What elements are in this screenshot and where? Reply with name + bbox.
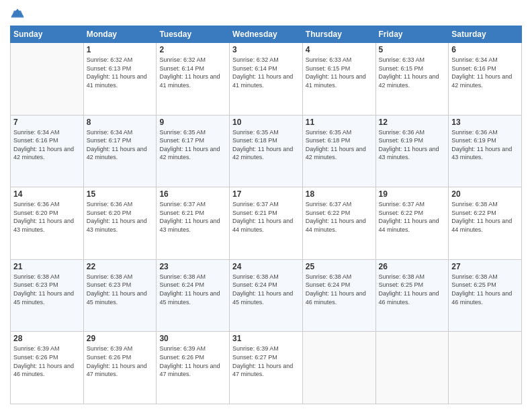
day-number: 21 — [13, 262, 81, 271]
day-info: Sunrise: 6:38 AMSunset: 6:25 PMDaylight:… — [379, 273, 446, 306]
day-info: Sunrise: 6:38 AMSunset: 6:22 PMDaylight:… — [451, 200, 519, 234]
day-info: Sunrise: 6:33 AMSunset: 6:15 PMDaylight:… — [379, 56, 446, 89]
day-number: 31 — [232, 334, 300, 343]
day-number: 5 — [379, 45, 446, 54]
logo-icon — [10, 7, 25, 21]
day-info: Sunrise: 6:36 AMSunset: 6:20 PMDaylight:… — [13, 200, 81, 234]
day-info: Sunrise: 6:38 AMSunset: 6:24 PMDaylight:… — [232, 273, 300, 306]
day-number: 26 — [379, 262, 446, 271]
calendar-cell: 9Sunrise: 6:35 AMSunset: 6:17 PMDaylight… — [157, 115, 230, 187]
calendar-cell: 15Sunrise: 6:36 AMSunset: 6:20 PMDayligh… — [83, 187, 157, 260]
calendar-cell — [11, 43, 84, 116]
day-info: Sunrise: 6:32 AMSunset: 6:14 PMDaylight:… — [232, 56, 300, 89]
day-number: 17 — [232, 189, 300, 199]
day-info: Sunrise: 6:34 AMSunset: 6:17 PMDaylight:… — [87, 128, 154, 162]
page: SundayMondayTuesdayWednesdayThursdayFrid… — [0, 0, 532, 411]
day-info: Sunrise: 6:32 AMSunset: 6:13 PMDaylight:… — [87, 56, 154, 89]
calendar-cell: 7Sunrise: 6:34 AMSunset: 6:16 PMDaylight… — [11, 115, 84, 187]
calendar-cell: 12Sunrise: 6:36 AMSunset: 6:19 PMDayligh… — [375, 115, 449, 187]
weekday-header: Friday — [375, 26, 449, 43]
weekday-header: Thursday — [302, 26, 375, 43]
header — [10, 7, 522, 21]
day-info: Sunrise: 6:39 AMSunset: 6:27 PMDaylight:… — [232, 345, 300, 378]
calendar-cell: 30Sunrise: 6:39 AMSunset: 6:26 PMDayligh… — [157, 332, 230, 404]
weekday-header: Wednesday — [230, 26, 303, 43]
day-number: 10 — [232, 118, 300, 127]
day-number: 25 — [306, 262, 373, 271]
day-info: Sunrise: 6:35 AMSunset: 6:18 PMDaylight:… — [306, 128, 373, 162]
day-info: Sunrise: 6:39 AMSunset: 6:26 PMDaylight:… — [159, 345, 226, 378]
day-number: 4 — [306, 45, 373, 54]
day-info: Sunrise: 6:36 AMSunset: 6:20 PMDaylight:… — [87, 200, 154, 234]
calendar-week-row: 7Sunrise: 6:34 AMSunset: 6:16 PMDaylight… — [11, 115, 522, 187]
svg-marker-1 — [11, 9, 24, 17]
calendar-cell: 11Sunrise: 6:35 AMSunset: 6:18 PMDayligh… — [302, 115, 375, 187]
day-info: Sunrise: 6:37 AMSunset: 6:21 PMDaylight:… — [159, 200, 226, 234]
calendar-week-row: 14Sunrise: 6:36 AMSunset: 6:20 PMDayligh… — [11, 187, 522, 260]
weekday-header: Monday — [83, 26, 157, 43]
calendar-week-row: 1Sunrise: 6:32 AMSunset: 6:13 PMDaylight… — [11, 43, 522, 116]
calendar-cell: 19Sunrise: 6:37 AMSunset: 6:22 PMDayligh… — [375, 187, 449, 260]
day-number: 22 — [87, 262, 154, 271]
day-info: Sunrise: 6:36 AMSunset: 6:19 PMDaylight:… — [379, 128, 446, 162]
calendar-cell — [449, 332, 522, 404]
calendar-cell: 26Sunrise: 6:38 AMSunset: 6:25 PMDayligh… — [375, 259, 449, 332]
day-info: Sunrise: 6:38 AMSunset: 6:23 PMDaylight:… — [87, 273, 154, 306]
day-number: 9 — [159, 118, 226, 127]
day-info: Sunrise: 6:38 AMSunset: 6:23 PMDaylight:… — [13, 273, 81, 306]
calendar-cell: 3Sunrise: 6:32 AMSunset: 6:14 PMDaylight… — [230, 43, 303, 116]
day-number: 28 — [13, 334, 81, 343]
day-number: 20 — [451, 189, 519, 199]
weekday-header: Saturday — [449, 26, 522, 43]
day-number: 24 — [232, 262, 300, 271]
weekday-header-row: SundayMondayTuesdayWednesdayThursdayFrid… — [11, 26, 522, 43]
day-number: 23 — [159, 262, 226, 271]
calendar-cell: 6Sunrise: 6:34 AMSunset: 6:16 PMDaylight… — [449, 43, 522, 116]
calendar-week-row: 21Sunrise: 6:38 AMSunset: 6:23 PMDayligh… — [11, 259, 522, 332]
calendar-cell: 13Sunrise: 6:36 AMSunset: 6:19 PMDayligh… — [449, 115, 522, 187]
logo — [10, 7, 28, 21]
day-number: 29 — [87, 334, 154, 343]
weekday-header: Sunday — [11, 26, 84, 43]
calendar-cell: 16Sunrise: 6:37 AMSunset: 6:21 PMDayligh… — [157, 187, 230, 260]
calendar-cell: 14Sunrise: 6:36 AMSunset: 6:20 PMDayligh… — [11, 187, 84, 260]
calendar-cell: 23Sunrise: 6:38 AMSunset: 6:24 PMDayligh… — [157, 259, 230, 332]
calendar-cell: 31Sunrise: 6:39 AMSunset: 6:27 PMDayligh… — [230, 332, 303, 404]
day-number: 14 — [13, 189, 81, 199]
calendar-cell: 5Sunrise: 6:33 AMSunset: 6:15 PMDaylight… — [375, 43, 449, 116]
calendar-cell: 28Sunrise: 6:39 AMSunset: 6:26 PMDayligh… — [11, 332, 84, 404]
day-number: 12 — [379, 118, 446, 127]
calendar-cell: 25Sunrise: 6:38 AMSunset: 6:24 PMDayligh… — [302, 259, 375, 332]
calendar-cell: 8Sunrise: 6:34 AMSunset: 6:17 PMDaylight… — [83, 115, 157, 187]
day-info: Sunrise: 6:34 AMSunset: 6:16 PMDaylight:… — [13, 128, 81, 162]
day-number: 16 — [159, 189, 226, 199]
day-number: 15 — [87, 189, 154, 199]
day-info: Sunrise: 6:38 AMSunset: 6:24 PMDaylight:… — [159, 273, 226, 306]
day-number: 6 — [451, 45, 519, 54]
calendar-cell — [302, 332, 375, 404]
calendar-cell: 10Sunrise: 6:35 AMSunset: 6:18 PMDayligh… — [230, 115, 303, 187]
day-number: 3 — [232, 45, 300, 54]
calendar-cell — [375, 332, 449, 404]
day-info: Sunrise: 6:34 AMSunset: 6:16 PMDaylight:… — [451, 56, 519, 89]
calendar: SundayMondayTuesdayWednesdayThursdayFrid… — [10, 26, 522, 404]
day-info: Sunrise: 6:32 AMSunset: 6:14 PMDaylight:… — [159, 56, 226, 89]
day-info: Sunrise: 6:36 AMSunset: 6:19 PMDaylight:… — [451, 128, 519, 162]
day-info: Sunrise: 6:37 AMSunset: 6:22 PMDaylight:… — [379, 200, 446, 234]
day-number: 27 — [451, 262, 519, 271]
calendar-cell: 1Sunrise: 6:32 AMSunset: 6:13 PMDaylight… — [83, 43, 157, 116]
day-info: Sunrise: 6:33 AMSunset: 6:15 PMDaylight:… — [306, 56, 373, 89]
day-info: Sunrise: 6:39 AMSunset: 6:26 PMDaylight:… — [13, 345, 81, 378]
day-number: 11 — [306, 118, 373, 127]
calendar-cell: 24Sunrise: 6:38 AMSunset: 6:24 PMDayligh… — [230, 259, 303, 332]
calendar-cell: 4Sunrise: 6:33 AMSunset: 6:15 PMDaylight… — [302, 43, 375, 116]
day-number: 13 — [451, 118, 519, 127]
day-number: 19 — [379, 189, 446, 199]
day-info: Sunrise: 6:38 AMSunset: 6:25 PMDaylight:… — [451, 273, 519, 306]
day-info: Sunrise: 6:37 AMSunset: 6:22 PMDaylight:… — [306, 200, 373, 234]
calendar-cell: 29Sunrise: 6:39 AMSunset: 6:26 PMDayligh… — [83, 332, 157, 404]
calendar-week-row: 28Sunrise: 6:39 AMSunset: 6:26 PMDayligh… — [11, 332, 522, 404]
day-info: Sunrise: 6:35 AMSunset: 6:17 PMDaylight:… — [159, 128, 226, 162]
weekday-header: Tuesday — [157, 26, 230, 43]
calendar-cell: 17Sunrise: 6:37 AMSunset: 6:21 PMDayligh… — [230, 187, 303, 260]
